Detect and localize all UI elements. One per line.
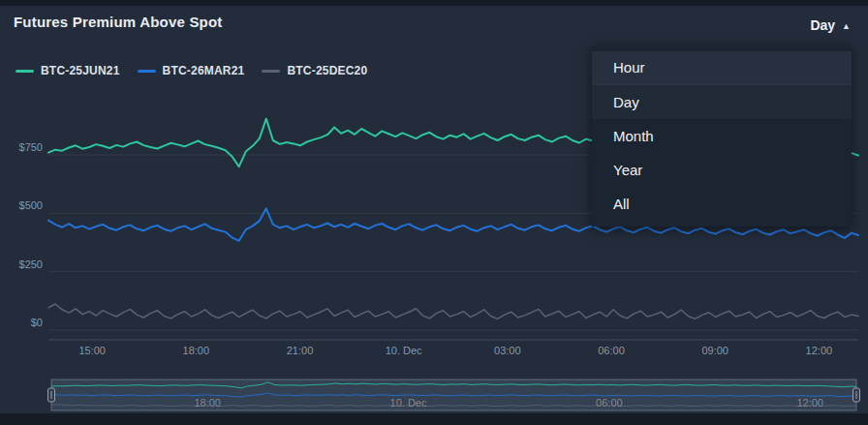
menu-item-month[interactable]: Month: [592, 119, 852, 153]
menu-item-year[interactable]: Year: [592, 153, 852, 187]
x-axis-label: 06:00: [598, 345, 625, 356]
x-axis-label: 03:00: [494, 345, 521, 356]
navigator-axis-label: 06:00: [596, 397, 623, 409]
y-axis-label: $250: [19, 258, 43, 270]
menu-item-hour[interactable]: Hour: [592, 51, 852, 85]
navigator-axis-label: 10. Dec: [390, 397, 427, 409]
menu-item-day[interactable]: Day: [592, 85, 852, 119]
series-line-btc-25dec20: [48, 304, 858, 319]
x-axis-label: 09:00: [701, 345, 728, 356]
x-axis-label: 18:00: [183, 345, 210, 356]
menu-item-all[interactable]: All: [592, 187, 852, 221]
y-axis-label: $500: [19, 199, 43, 211]
x-axis-label: 12:00: [806, 345, 833, 356]
range-selector-menu: Hour Day Month Year All: [592, 46, 852, 227]
x-axis-label: 10. Dec: [386, 345, 422, 356]
navigator-axis-label: 12:00: [796, 397, 823, 409]
y-axis-label: $0: [31, 317, 43, 328]
y-axis-label: $750: [19, 141, 43, 153]
navigator-axis-label: 18:00: [194, 397, 221, 409]
x-axis-label: 15:00: [78, 345, 106, 356]
futures-premium-widget: Futures Premium Above Spot Day ▲ BTC-25J…: [0, 0, 868, 425]
x-axis-label: 21:00: [287, 345, 314, 356]
